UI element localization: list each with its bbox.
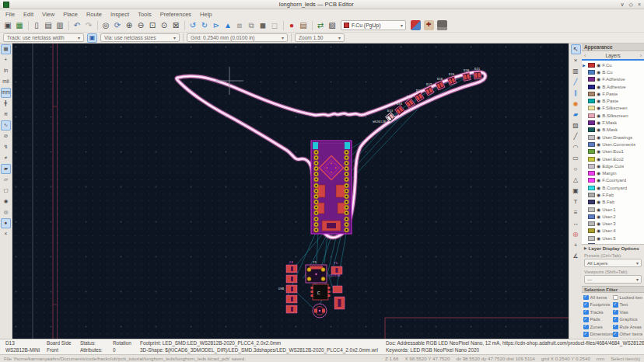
layer-color-swatch[interactable] [588,113,595,118]
track-width-select[interactable]: Track: use netclass width [3,33,84,42]
visibility-eye-icon[interactable]: ◉ [597,99,600,103]
show-ratsnest-button[interactable]: ≋ [1,110,11,120]
drc-button[interactable]: ● [286,20,297,31]
checkbox[interactable] [613,310,618,315]
checkbox[interactable] [613,302,618,308]
board-setup-button[interactable]: ▦ [14,20,25,31]
menu-item[interactable]: Route [86,11,102,18]
selection-filter-item[interactable]: Footprints [583,301,613,309]
add-dimension-button[interactable]: ↔ [571,218,581,228]
layer-color-swatch[interactable] [588,92,595,96]
layer-row[interactable]: ▶ ◉ User.Eco2 [582,155,644,162]
zoom-in-button[interactable]: ⊕ [124,20,135,31]
visibility-eye-icon[interactable]: ◉ [597,106,600,110]
layer-row[interactable]: ▶ ◉ User.5 [582,235,644,242]
layer-color-swatch[interactable] [588,178,595,183]
units-mm-button[interactable]: mm [1,88,11,98]
canvas-area[interactable]: WS2812B D13 D14 D15 D16 [12,44,569,339]
selection-filter-item[interactable]: Locked items [613,294,642,301]
layer-color-swatch[interactable] [588,171,595,176]
zoom-objects-button[interactable]: ⊙ [159,20,170,31]
checkbox[interactable] [583,317,589,322]
add-image-button[interactable]: ▣ [571,186,581,196]
layer-row[interactable]: ▶ ◉ B.Courtyard [582,184,644,191]
layer-row[interactable]: ▶ ◉ User.2 [582,213,644,220]
layer-row[interactable]: ▶ ◉ F.Adhesive [582,76,644,83]
mirror-button[interactable]: ▲ [222,20,233,31]
undo-button[interactable]: ↶ [72,20,82,31]
layer-pair-toggle-button[interactable] [411,20,421,30]
rotate-cw-button[interactable]: ↻ [199,20,210,31]
selection-filter-item[interactable]: Vias [613,308,642,316]
layer-row[interactable]: ▶ ◉ F.Paste [582,90,644,97]
route-options-button[interactable] [424,20,434,30]
maximize-button[interactable]: ◇ [629,2,633,8]
selection-filter-item[interactable]: Pads [583,316,613,324]
layer-row[interactable]: ▶ ◉ B.Paste [582,97,644,104]
visibility-eye-icon[interactable]: ◉ [597,70,600,75]
menu-item[interactable]: Inspect [110,11,129,18]
layer-row[interactable]: ▶ ◉ User.Eco1 [582,148,644,155]
track-outline-button[interactable]: ● [1,218,11,228]
layer-color-swatch[interactable] [588,221,595,226]
separator[interactable] [66,20,71,31]
layer-color-swatch[interactable] [588,63,595,68]
visibility-eye-icon[interactable]: ◉ [597,236,600,241]
visibility-eye-icon[interactable]: ◉ [597,171,600,176]
drill-origin-button[interactable]: ◎ [571,229,581,239]
checkbox[interactable] [613,332,618,337]
add-rule-area-button[interactable]: ▨ [571,120,581,131]
layer-color-swatch[interactable] [588,236,595,241]
menu-item[interactable]: Edit [23,11,33,18]
footprint-library-button[interactable]: ▤ [298,20,309,31]
visibility-eye-icon[interactable]: ◉ [597,200,600,204]
update-pcb-button[interactable]: ⇄ [315,20,326,31]
separator[interactable] [182,20,187,31]
add-zone-button[interactable]: ▰ [571,110,581,120]
layer-color-swatch[interactable] [588,99,595,103]
selection-filter-item[interactable]: All items [583,294,613,301]
print-button[interactable]: ▤ [43,20,54,31]
checkbox[interactable] [613,325,618,330]
add-textbox-button[interactable]: ≡ [571,207,581,218]
layer-row[interactable]: ▶ ◉ User.1 [582,206,644,213]
zoom-fit-button[interactable]: ⊡ [147,20,158,31]
selection-filter-item[interactable]: Rule Areas [613,323,642,331]
checkbox[interactable] [583,332,589,337]
layer-row[interactable]: ▶ ◉ B.Silkscreen [582,112,644,119]
layers-manager-button[interactable]: ▧ [327,20,338,31]
layer-row[interactable]: ▶ ◉ F.Courtyard [582,177,644,184]
measure-button[interactable]: ∡ [571,251,581,261]
grid-origin-button[interactable]: + [571,240,581,250]
checkbox[interactable] [583,310,589,315]
checkbox[interactable] [583,295,589,301]
menu-item[interactable]: View [42,11,54,18]
visibility-eye-icon[interactable]: ◉ [597,186,600,190]
layer-color-swatch[interactable] [588,193,595,197]
layer-row[interactable]: ▶ ◉ User.3 [582,221,644,228]
layer-color-swatch[interactable] [588,214,595,219]
layer-row[interactable]: ▶ ◉ B.Adhesive [582,83,644,90]
layer-row[interactable]: ▶ ◉ User.Drawings [582,134,644,141]
visibility-eye-icon[interactable]: ◉ [597,178,600,183]
draw-line-button[interactable]: ╱ [571,131,581,141]
crosshair-style-button[interactable]: ╋ [1,99,11,109]
tab-scroll-left-icon[interactable]: ‹ [584,53,586,58]
visibility-eye-icon[interactable]: ◉ [597,113,600,118]
inspect-clearance-button[interactable]: × [1,229,11,239]
layer-row[interactable]: ▶ ◉ B.Fab [582,199,644,206]
layer-row[interactable]: ▶ ◉ User.4 [582,228,644,235]
layer-color-swatch[interactable] [588,142,595,147]
visibility-eye-icon[interactable]: ◉ [597,164,600,169]
auto-track-width-toggle[interactable]: ▣ [87,33,97,43]
layer-row[interactable]: ▶ ◉ F.Fab [582,191,644,198]
visibility-eye-icon[interactable]: ◉ [597,142,600,147]
ungroup-button[interactable]: ⧉ [246,20,257,31]
visibility-eye-icon[interactable]: ◉ [597,85,600,89]
separator[interactable] [95,20,100,31]
layer-color-swatch[interactable] [588,200,595,204]
net-color-mode-button[interactable]: ≠ [1,153,11,163]
curved-ratsnest-button[interactable]: ∿ [1,120,11,131]
selection-filter-item[interactable]: Zones [583,323,613,331]
checkbox[interactable] [613,295,618,301]
